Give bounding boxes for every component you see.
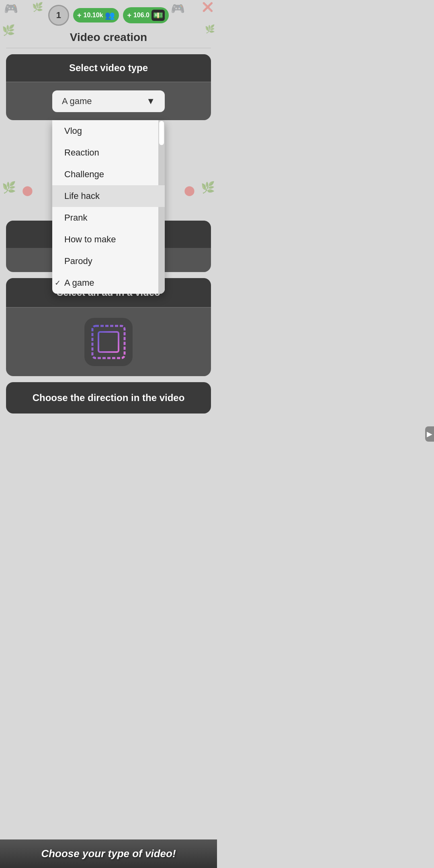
ad-card-body [6,308,211,376]
direction-card: Choose the direction in the video [6,382,211,414]
dropdown-item-life-hack[interactable]: Life hack [52,185,165,207]
select-video-type-card: Select video type A game ▼ Vlog Reaction [6,54,211,120]
dropdown-item-vlog[interactable]: Vlog [52,120,165,142]
svg-rect-1 [98,332,119,352]
dropdown-item-parody[interactable]: Parody [52,250,165,272]
currency-icon: 💵 [151,10,165,21]
ad-icon-wrapper[interactable] [84,318,133,366]
bottom-spacer [6,420,211,452]
dropdown-item-prank[interactable]: Prank [52,207,165,229]
follower-badge: + 10.10k 👥 [73,8,119,23]
dropdown-item-reaction[interactable]: Reaction [52,142,165,164]
currency-badge: + 106.0 💵 [123,7,169,23]
chevron-down-icon: ▼ [146,96,155,106]
ad-icon [90,324,127,360]
dropdown-item-a-game[interactable]: A game [52,272,165,294]
card-body: A game ▼ Vlog Reaction Challenge Life [6,82,211,120]
dropdown-menu: Vlog Reaction Challenge Life hack Prank … [52,120,165,294]
select-video-type-header: Select video type [6,54,211,82]
dropdown-item-challenge[interactable]: Challenge [52,164,165,185]
dropdown-item-how-to-make[interactable]: How to make [52,229,165,250]
followers-icon: 👥 [105,10,115,20]
svg-rect-0 [92,326,125,358]
page-title: Video creation [6,29,211,48]
level-badge: 1 [48,5,69,26]
main-content: Select video type A game ▼ Vlog Reaction [0,48,217,458]
status-bar: 1 + 10.10k 👥 + 106.0 💵 [0,0,217,29]
video-type-dropdown[interactable]: A game ▼ [52,90,165,112]
